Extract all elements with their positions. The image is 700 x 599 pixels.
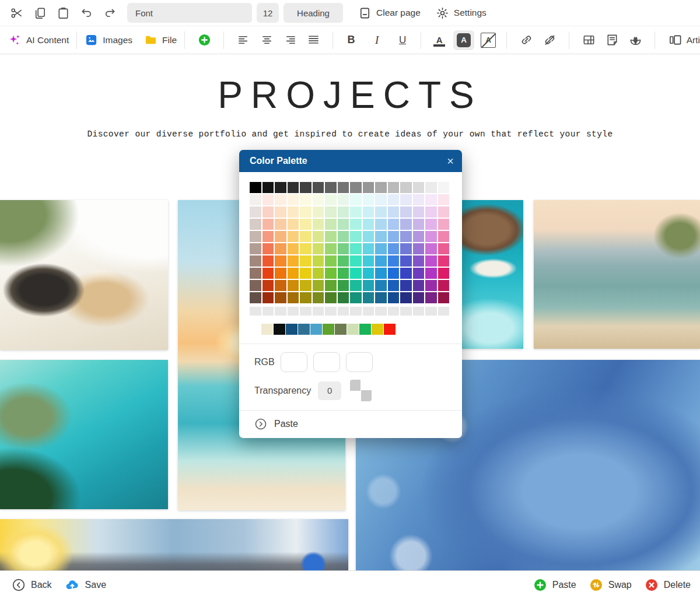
palette-swatch[interactable] bbox=[413, 243, 425, 254]
palette-swatch[interactable] bbox=[425, 255, 437, 267]
palette-swatch[interactable] bbox=[438, 255, 450, 267]
palette-swatch[interactable] bbox=[262, 268, 274, 279]
palette-swatch[interactable] bbox=[275, 307, 286, 316]
palette-swatch[interactable] bbox=[261, 324, 273, 335]
palette-swatch[interactable] bbox=[384, 324, 396, 335]
palette-swatch[interactable] bbox=[413, 280, 425, 291]
back-button[interactable]: Back bbox=[12, 578, 52, 592]
palette-swatch[interactable] bbox=[425, 280, 437, 291]
palette-swatch[interactable] bbox=[375, 292, 387, 303]
palette-swatch[interactable] bbox=[325, 280, 337, 291]
palette-swatch[interactable] bbox=[425, 194, 437, 205]
palette-swatch[interactable] bbox=[313, 292, 324, 303]
palette-swatch[interactable] bbox=[288, 206, 299, 218]
palette-swatch[interactable] bbox=[438, 194, 450, 205]
palette-swatch[interactable] bbox=[363, 268, 374, 279]
palette-swatch[interactable] bbox=[250, 268, 261, 279]
palette-swatch[interactable] bbox=[438, 280, 450, 291]
palette-swatch[interactable] bbox=[425, 206, 437, 218]
palette-swatch[interactable] bbox=[325, 231, 337, 242]
palette-swatch[interactable] bbox=[313, 206, 324, 218]
align-justify-button[interactable] bbox=[302, 29, 325, 51]
rgb-g-input[interactable] bbox=[313, 352, 340, 372]
palette-swatch[interactable] bbox=[250, 292, 261, 303]
palette-swatch[interactable] bbox=[313, 307, 324, 316]
palette-swatch[interactable] bbox=[375, 219, 387, 230]
palette-swatch[interactable] bbox=[288, 280, 299, 291]
palette-swatch[interactable] bbox=[288, 268, 299, 279]
palette-swatch[interactable] bbox=[313, 182, 324, 193]
desk-workspace-photo[interactable] bbox=[0, 200, 168, 350]
lagoon-cliffs-photo[interactable] bbox=[0, 360, 168, 509]
palette-swatch[interactable] bbox=[313, 280, 324, 291]
palette-swatch[interactable] bbox=[350, 307, 362, 316]
palette-swatch[interactable] bbox=[288, 182, 299, 193]
palette-swatch[interactable] bbox=[288, 292, 299, 303]
palette-swatch[interactable] bbox=[363, 206, 374, 218]
palette-swatch[interactable] bbox=[438, 268, 450, 279]
palette-swatch[interactable] bbox=[262, 194, 274, 205]
palette-swatch[interactable] bbox=[325, 292, 337, 303]
palette-swatch[interactable] bbox=[313, 268, 324, 279]
palette-swatch[interactable] bbox=[338, 194, 349, 205]
palette-swatch[interactable] bbox=[438, 292, 450, 303]
rgb-r-input[interactable] bbox=[281, 352, 307, 372]
font-size-select[interactable]: 12 bbox=[257, 3, 279, 23]
palette-swatch[interactable] bbox=[250, 182, 261, 193]
palette-swatch[interactable] bbox=[413, 194, 425, 205]
paragraph-style-select[interactable]: Heading bbox=[284, 3, 343, 23]
palette-swatch[interactable] bbox=[250, 194, 261, 205]
palette-swatch[interactable] bbox=[388, 268, 400, 279]
palette-swatch[interactable] bbox=[400, 206, 412, 218]
palette-swatch[interactable] bbox=[338, 206, 349, 218]
highlight-color-button[interactable]: A bbox=[453, 30, 474, 50]
palette-swatch[interactable] bbox=[425, 219, 437, 230]
palette-swatch[interactable] bbox=[250, 243, 261, 254]
palette-swatch[interactable] bbox=[438, 182, 450, 193]
palette-swatch[interactable] bbox=[338, 307, 349, 316]
palette-swatch[interactable] bbox=[425, 292, 437, 303]
palette-swatch[interactable] bbox=[338, 219, 349, 230]
palette-swatch[interactable] bbox=[323, 324, 334, 335]
palette-swatch[interactable] bbox=[363, 255, 374, 267]
palette-swatch[interactable] bbox=[400, 268, 412, 279]
palette-swatch[interactable] bbox=[262, 255, 274, 267]
palette-swatch[interactable] bbox=[413, 219, 425, 230]
palette-swatch[interactable] bbox=[400, 243, 412, 254]
palette-swatch[interactable] bbox=[388, 280, 400, 291]
palette-swatch[interactable] bbox=[400, 182, 412, 193]
save-button[interactable]: Save bbox=[65, 577, 106, 593]
palette-swatch[interactable] bbox=[313, 243, 324, 254]
palette-swatch[interactable] bbox=[338, 268, 349, 279]
palette-swatch[interactable] bbox=[288, 255, 299, 267]
palette-swatch[interactable] bbox=[286, 324, 298, 335]
palette-swatch[interactable] bbox=[350, 206, 362, 218]
font-select[interactable]: Font bbox=[127, 3, 252, 23]
palette-swatch[interactable] bbox=[275, 219, 286, 230]
palette-swatch[interactable] bbox=[375, 255, 387, 267]
palette-swatch[interactable] bbox=[375, 307, 387, 316]
palette-swatch[interactable] bbox=[288, 219, 299, 230]
palette-swatch[interactable] bbox=[300, 255, 312, 267]
palette-swatch[interactable] bbox=[262, 206, 274, 218]
palette-swatch[interactable] bbox=[413, 206, 425, 218]
palette-swatch[interactable] bbox=[288, 231, 299, 242]
palette-swatch[interactable] bbox=[363, 243, 374, 254]
palette-swatch[interactable] bbox=[338, 182, 349, 193]
transparency-value[interactable]: 0 bbox=[318, 381, 341, 400]
palette-swatch[interactable] bbox=[413, 292, 425, 303]
palette-swatch[interactable] bbox=[413, 182, 425, 193]
palette-swatch[interactable] bbox=[375, 182, 387, 193]
paste-object-button[interactable]: Paste bbox=[533, 578, 576, 592]
palette-swatch[interactable] bbox=[400, 194, 412, 205]
palette-swatch[interactable] bbox=[350, 280, 362, 291]
palette-swatch[interactable] bbox=[325, 255, 337, 267]
italic-button[interactable]: I bbox=[366, 29, 387, 51]
palette-swatch[interactable] bbox=[262, 292, 274, 303]
text-color-button[interactable]: A bbox=[429, 29, 450, 51]
palette-swatch[interactable] bbox=[388, 243, 400, 254]
palette-swatch[interactable] bbox=[350, 255, 362, 267]
palette-swatch[interactable] bbox=[400, 231, 412, 242]
palette-swatch[interactable] bbox=[275, 194, 286, 205]
palette-swatch[interactable] bbox=[388, 206, 400, 218]
